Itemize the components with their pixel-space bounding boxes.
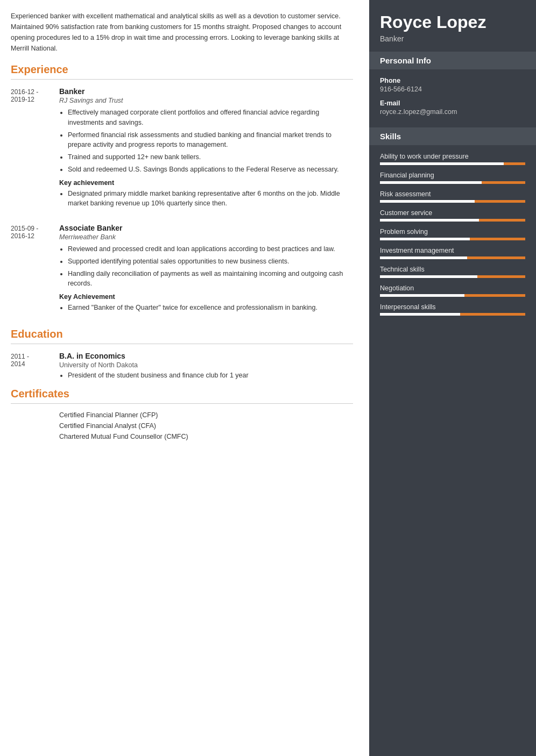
skill-bar-container	[380, 275, 525, 278]
edu-bullet: President of the student business and fi…	[68, 372, 353, 379]
skill-item: Risk assessment	[380, 190, 525, 203]
skill-name: Investment management	[380, 247, 525, 254]
skill-bar-container	[380, 219, 525, 222]
email-label: E-mail	[380, 99, 525, 107]
experience-item: 2016-12 - 2019-12BankerRJ Savings and Tr…	[11, 87, 353, 213]
personal-info-block: Phone 916-566-6124 E-mail royce.z.lopez@…	[369, 77, 536, 127]
personal-info-header: Personal Info	[369, 52, 536, 69]
skill-item: Investment management	[380, 247, 525, 259]
skill-bar-remaining	[460, 313, 526, 316]
skill-bar-fill	[380, 294, 464, 297]
skill-bar-remaining	[467, 256, 525, 259]
exp-title: Associate Banker	[59, 224, 353, 232]
edu-bullets: President of the student business and fi…	[59, 372, 353, 379]
certificates-block: Certified Financial Planner (CFP)Certifi…	[11, 411, 353, 444]
cert-dates-placeholder	[11, 411, 59, 444]
skill-bar-remaining	[479, 219, 525, 222]
skill-bar-fill	[380, 238, 470, 240]
achievement-label: Key achievement	[59, 179, 353, 187]
skill-bar-fill	[380, 275, 477, 278]
certificate-item: Certified Financial Planner (CFP)	[59, 411, 353, 419]
skill-bar-fill	[380, 219, 479, 222]
skill-bar-container	[380, 238, 525, 240]
skill-bar-remaining	[482, 181, 525, 184]
summary-text: Experienced banker with excellent mathem…	[11, 11, 353, 54]
experience-section-title: Experience	[11, 63, 353, 76]
exp-dates: 2016-12 - 2019-12	[11, 87, 59, 213]
candidate-subtitle: Banker	[380, 34, 525, 43]
skill-item: Negotiation	[380, 284, 525, 297]
skill-name: Negotiation	[380, 284, 525, 292]
skill-name: Risk assessment	[380, 190, 525, 198]
exp-dates: 2015-09 - 2016-12	[11, 224, 59, 317]
edu-title: B.A. in Economics	[59, 352, 353, 360]
phone-value: 916-566-6124	[380, 85, 525, 93]
exp-content: Associate BankerMerriweather BankReviewe…	[59, 224, 353, 317]
skill-bar-container	[380, 256, 525, 259]
exp-bullet: Supported identifying potential sales op…	[68, 256, 353, 267]
skills-container: Ability to work under pressureFinancial …	[369, 153, 536, 316]
skill-name: Technical skills	[380, 266, 525, 273]
skill-item: Customer service	[380, 209, 525, 222]
skill-bar-fill	[380, 181, 482, 184]
skill-bar-container	[380, 294, 525, 297]
skill-item: Ability to work under pressure	[380, 153, 525, 165]
skill-name: Customer service	[380, 209, 525, 217]
education-item: 2011 - 2014B.A. in EconomicsUniversity o…	[11, 352, 353, 379]
edu-school: University of North Dakota	[59, 361, 353, 369]
skills-header: Skills	[369, 127, 536, 145]
skill-bar-container	[380, 313, 525, 316]
achievement-label: Key Achievement	[59, 293, 353, 301]
experience-item: 2015-09 - 2016-12Associate BankerMerriwe…	[11, 224, 353, 317]
exp-bullet: Performed financial risk assessments and…	[68, 130, 353, 151]
skill-item: Interpersonal skills	[380, 303, 525, 316]
certificates-container: Certified Financial Planner (CFP)Certifi…	[11, 411, 353, 444]
education-divider	[11, 344, 353, 344]
certificates-section-title: Certificates	[11, 388, 353, 400]
skill-bar-fill	[380, 313, 460, 316]
exp-bullet: Reviewed and processed credit and loan a…	[68, 244, 353, 254]
achievement-bullets: Designated primary middle market banking…	[59, 189, 353, 209]
exp-company: RJ Savings and Trust	[59, 97, 353, 104]
exp-bullet: Effectively managed corporate client por…	[68, 108, 353, 128]
skill-name: Interpersonal skills	[380, 303, 525, 311]
exp-bullet: Trained and supported 12+ new bank telle…	[68, 152, 353, 162]
skill-name: Financial planning	[380, 172, 525, 179]
skill-name: Ability to work under pressure	[380, 153, 525, 160]
skill-name: Problem solving	[380, 228, 525, 236]
exp-content: BankerRJ Savings and TrustEffectively ma…	[59, 87, 353, 213]
skill-bar-container	[380, 162, 525, 165]
skill-item: Technical skills	[380, 266, 525, 278]
name-block: Royce Lopez Banker	[369, 0, 536, 52]
candidate-name: Royce Lopez	[380, 12, 525, 32]
skill-bar-remaining	[504, 162, 526, 165]
exp-bullets: Effectively managed corporate client por…	[59, 108, 353, 175]
cert-content: Certified Financial Planner (CFP)Certifi…	[59, 411, 353, 444]
exp-title: Banker	[59, 87, 353, 96]
certificate-item: Certified Financial Analyst (CFA)	[59, 422, 353, 430]
edu-dates: 2011 - 2014	[11, 352, 59, 379]
skill-bar-fill	[380, 256, 467, 259]
email-value: royce.z.lopez@gmail.com	[380, 108, 525, 116]
skill-item: Problem solving	[380, 228, 525, 240]
experience-divider	[11, 79, 353, 80]
education-section-title: Education	[11, 328, 353, 340]
experience-container: 2016-12 - 2019-12BankerRJ Savings and Tr…	[11, 87, 353, 317]
left-panel: Experienced banker with excellent mathem…	[0, 0, 369, 756]
certificate-item: Chartered Mutual Fund Counsellor (CMFC)	[59, 433, 353, 440]
skill-bar-fill	[380, 162, 504, 165]
exp-bullets: Reviewed and processed credit and loan a…	[59, 244, 353, 289]
exp-bullet: Handling daily reconciliation of payment…	[68, 269, 353, 289]
exp-company: Merriweather Bank	[59, 233, 353, 241]
phone-label: Phone	[380, 77, 525, 84]
skill-bar-remaining	[475, 200, 526, 203]
right-panel: Royce Lopez Banker Personal Info Phone 9…	[369, 0, 536, 756]
exp-bullet: Sold and redeemed U.S. Savings Bonds app…	[68, 165, 353, 175]
skill-item: Financial planning	[380, 172, 525, 184]
skill-bar-container	[380, 181, 525, 184]
certificates-divider	[11, 403, 353, 404]
edu-content: B.A. in EconomicsUniversity of North Dak…	[59, 352, 353, 379]
skill-bar-fill	[380, 200, 475, 203]
achievement-bullet: Earned "Banker of the Quarter" twice for…	[68, 303, 353, 313]
skill-bar-remaining	[477, 275, 525, 278]
